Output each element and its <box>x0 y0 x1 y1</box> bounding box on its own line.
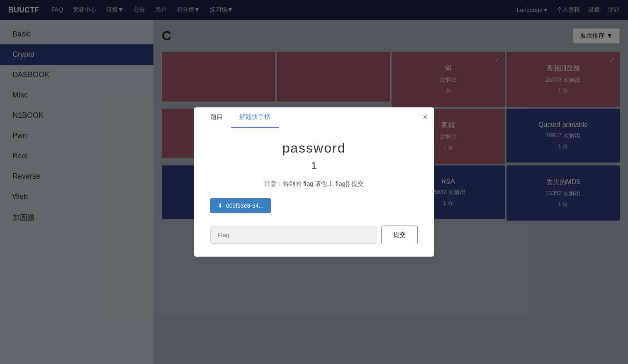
modal: 题目 解题快手榜 × password 1 注意：得到的 flag 请包上 fl… <box>194 107 434 257</box>
tab-leaderboard[interactable]: 解题快手榜 <box>231 107 279 128</box>
submit-button[interactable]: 提交 <box>381 226 418 244</box>
modal-body: password 1 注意：得到的 flag 请包上 flag{} 提交 ⬇ 0… <box>194 128 434 257</box>
modal-overlay[interactable]: 题目 解题快手榜 × password 1 注意：得到的 flag 请包上 fl… <box>0 0 628 364</box>
download-label: 005f93e8-64... <box>226 202 263 209</box>
tab-problem[interactable]: 题目 <box>202 107 231 128</box>
problem-score: 1 <box>210 160 418 172</box>
modal-close-button[interactable]: × <box>423 112 428 122</box>
flag-row: 提交 <box>210 226 418 244</box>
problem-notice: 注意：得到的 flag 请包上 flag{} 提交 <box>210 180 418 188</box>
modal-tabs: 题目 解题快手榜 <box>194 107 434 128</box>
flag-input[interactable] <box>210 226 377 244</box>
download-icon: ⬇ <box>218 202 223 209</box>
problem-title: password <box>210 141 418 156</box>
download-button[interactable]: ⬇ 005f93e8-64... <box>210 198 271 213</box>
